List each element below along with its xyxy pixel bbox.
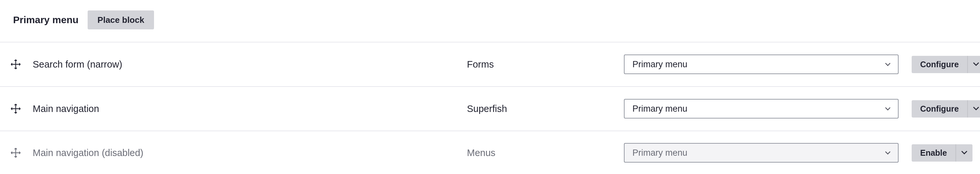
configure-button[interactable]: Configure [912, 56, 967, 73]
drag-handle-icon[interactable] [9, 146, 22, 159]
chevron-down-icon [973, 61, 979, 68]
configure-button[interactable]: Configure [912, 100, 967, 117]
block-name: Main navigation [29, 103, 467, 114]
block-category: Forms [467, 59, 624, 70]
dropbutton: Configure [912, 56, 980, 73]
region-select-wrapper: Primary menu [624, 143, 912, 163]
region-select[interactable]: Primary menu [624, 143, 899, 163]
block-category: Superfish [467, 103, 624, 114]
operations: Configure [912, 56, 980, 73]
table-row: Main navigation (disabled) Menus Primary… [0, 131, 980, 174]
block-layout-region: Primary menu Place block Search form (na… [0, 0, 980, 174]
region-header: Primary menu Place block [0, 0, 980, 42]
dropbutton-toggle[interactable] [956, 144, 972, 161]
block-name: Main navigation (disabled) [29, 147, 467, 158]
table-row: Main navigation Superfish Primary menu C… [0, 86, 980, 131]
region-title: Primary menu [13, 14, 78, 25]
region-select[interactable]: Primary menu [624, 99, 899, 119]
chevron-down-icon [961, 149, 967, 157]
operations: Enable [912, 144, 972, 161]
enable-button[interactable]: Enable [912, 144, 956, 161]
region-select-wrapper: Primary menu [624, 55, 912, 74]
block-category: Menus [467, 147, 624, 158]
drag-handle-icon[interactable] [9, 58, 22, 71]
region-select-wrapper: Primary menu [624, 99, 912, 119]
chevron-down-icon [973, 105, 979, 112]
operations: Configure [912, 100, 980, 117]
dropbutton: Configure [912, 100, 980, 117]
table-row: Search form (narrow) Forms Primary menu … [0, 42, 980, 86]
dropbutton-toggle[interactable] [967, 56, 980, 73]
dropbutton: Enable [912, 144, 972, 161]
region-select[interactable]: Primary menu [624, 55, 899, 74]
drag-handle-icon[interactable] [9, 102, 22, 115]
dropbutton-toggle[interactable] [967, 100, 980, 117]
place-block-button[interactable]: Place block [88, 10, 154, 29]
block-name: Search form (narrow) [29, 59, 467, 70]
